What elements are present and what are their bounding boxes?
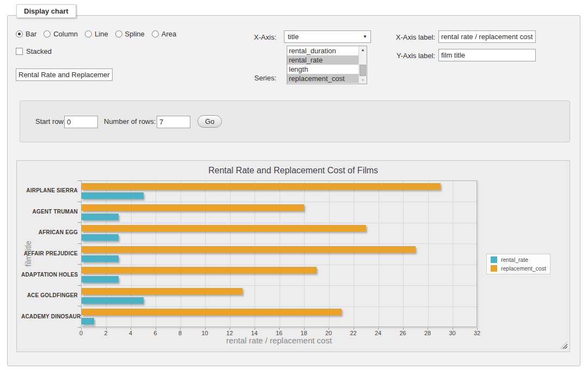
x-tick-mark [428,328,428,330]
y-category-label: ACADEMY DINOSAUR [21,313,78,319]
plot-area [81,180,477,327]
chevron-down-icon: ▼ [363,34,367,39]
y-tick-mark [78,285,81,286]
radio-icon [85,30,92,37]
resize-handle-icon[interactable] [560,342,567,349]
bar-rental_rate [82,276,119,283]
x-axis-label-input[interactable] [438,30,536,43]
y-axis-title: film title [24,241,33,266]
x-tick-mark [304,328,305,330]
bar-replacement_cost [82,309,342,315]
legend-item-rental_rate: rental_rate [491,256,546,263]
radio-line[interactable]: Line [85,30,108,38]
radio-icon [16,30,23,37]
num-rows-input[interactable] [157,116,190,128]
scrollbar-thumb[interactable] [360,65,366,76]
bar-row [82,286,476,307]
x-tick-mark [354,328,354,330]
y-tick-mark [78,243,81,244]
radio-label: Column [53,30,78,38]
scroll-up-icon[interactable]: ▲ [359,46,367,53]
chart-title-input[interactable] [16,68,113,81]
start-row-label: Start row: [35,117,66,126]
y-category-label: ADAPTATION HOLES [21,272,78,278]
series-option-replacement_cost[interactable]: replacement_cost [287,74,358,83]
radio-spline[interactable]: Spline [115,30,145,38]
y-category-label: AGENT TRUMAN [21,209,78,215]
scroll-down-icon[interactable]: ▼ [359,77,367,84]
radio-icon [152,30,159,37]
bar-row [82,244,476,265]
radio-label: Spline [125,30,145,38]
series-option-rental_rate[interactable]: rental_rate [287,55,358,65]
y-tick-mark [78,264,81,265]
legend-swatch [491,265,497,272]
start-row-input[interactable] [64,116,98,128]
radio-area[interactable]: Area [152,30,176,38]
x-tick-mark [279,328,280,330]
bar-rental_rate [82,214,119,220]
x-tick-mark [205,328,206,330]
x-axis-title: rental rate / replacement cost [81,336,477,345]
legend-swatch [491,256,497,263]
x-tick-mark [106,328,107,330]
bar-rental_rate [82,192,144,199]
row-controls-panel: Start row: Number of rows: Go [20,101,570,142]
radio-column[interactable]: Column [44,30,78,38]
bar-row [82,223,476,244]
x-tick-mark [180,328,181,330]
stacked-checkbox-row[interactable]: Stacked [16,47,52,55]
series-list-label: Series: [228,74,276,83]
y-category-label: ACE GOLDFINGER [21,292,78,298]
legend-label: rental_rate [501,256,528,263]
bar-replacement_cost [82,246,416,253]
x-axis-label-field-label: X-Axis label: [375,33,435,42]
series-option-length[interactable]: length [287,65,358,74]
radio-label: Area [162,30,176,38]
y-category-label: AFRICAN EGG [21,229,78,235]
bar-row [82,181,476,202]
radio-label: Line [95,30,108,38]
x-axis-select-value: title [288,33,363,41]
series-option-rental_duration[interactable]: rental_duration [287,46,358,55]
x-tick-mark [329,328,329,330]
bar-rental_rate [82,297,144,304]
x-tick-mark [131,328,131,330]
x-tick-mark [255,328,255,330]
chart-type-radio-group: BarColumnLineSplineArea [16,30,176,38]
y-tick-mark [78,202,81,202]
bar-row [82,265,476,286]
legend-item-replacement_cost: replacement_cost [491,265,546,272]
bar-replacement_cost [82,288,243,294]
panel-legend: Display chart [16,4,76,18]
num-rows-label: Number of rows: [104,117,156,126]
y-axis-label-input[interactable] [438,49,536,61]
x-tick-mark [156,328,156,330]
bar-replacement_cost [82,267,317,273]
chart-container: Rental Rate and Replacement Cost of Film… [16,160,570,352]
x-tick-mark [477,328,478,330]
y-category-label: AIRPLANE SIERRA [21,187,78,193]
y-axis-label-field-label: Y-Axis label: [375,52,435,60]
radio-bar[interactable]: Bar [16,30,36,38]
x-tick-mark [230,328,230,330]
stacked-label: Stacked [26,47,52,55]
y-tick-mark [78,222,81,223]
page: Display chart BarColumnLineSplineArea St… [0,0,588,370]
series-scrollbar[interactable]: ▲ ▼ [358,46,367,84]
x-axis-select-label: X-Axis: [228,33,276,42]
series-listbox[interactable]: rental_durationrental_ratelengthreplacem… [287,46,367,84]
chart-legend: rental_ratereplacement_cost [486,254,550,274]
bar-replacement_cost [82,204,304,211]
go-button[interactable]: Go [197,115,222,128]
x-tick-mark [403,328,404,330]
chart-title: Rental Rate and Replacement Cost of Film… [17,166,570,175]
y-tick-mark [78,180,81,181]
x-axis-select[interactable]: title ▼ [284,30,371,43]
x-tick-mark [81,328,82,330]
x-tick-mark [453,328,453,330]
y-tick-mark [78,306,81,306]
radio-icon [115,30,122,37]
stacked-checkbox[interactable] [16,48,23,55]
series-options: rental_durationrental_ratelengthreplacem… [287,46,358,84]
